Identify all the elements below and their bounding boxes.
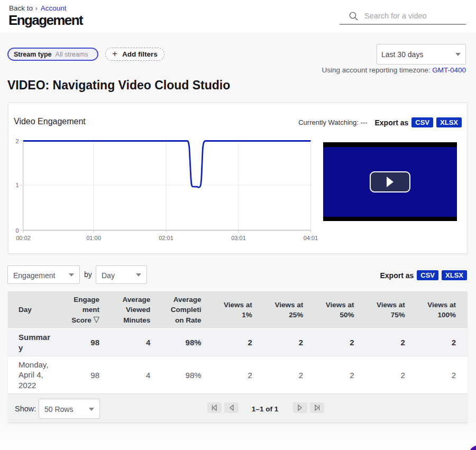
svg-text:04:01: 04:01 [304,235,318,241]
svg-text:02:01: 02:01 [159,235,173,241]
svg-text:00:02: 00:02 [16,235,31,241]
svg-text:1: 1 [15,182,19,188]
svg-text:2: 2 [15,138,19,144]
svg-text:0: 0 [15,227,19,234]
svg-text:03:01: 03:01 [231,235,246,241]
svg-text:01:00: 01:00 [86,235,101,241]
